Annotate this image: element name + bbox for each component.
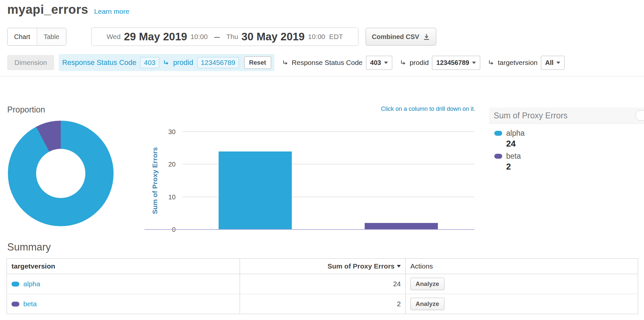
y-tick-label: 10: [168, 193, 176, 201]
filter-dropdown-prodid: prodid 123456789: [400, 56, 481, 70]
legend-panel: Sum of Proxy Errors alpha 24 beta 2: [489, 108, 644, 175]
dropdown-value: 123456789: [436, 59, 469, 67]
dropdown-label: targetversion: [498, 59, 537, 67]
analyze-button[interactable]: Analyze: [410, 298, 444, 310]
page-title: myapi_errors: [7, 3, 88, 17]
timezone: EDT: [329, 33, 343, 41]
alpha-swatch: [11, 282, 19, 287]
filter-dropdown-response-status-code: Response Status Code 403: [282, 56, 392, 70]
chart-view-button[interactable]: Chart: [8, 28, 37, 45]
chevron-down-icon: [556, 62, 560, 64]
y-tick-label: 20: [168, 161, 176, 168]
end-day: Thu: [226, 33, 238, 41]
filter-bar: Dimension Response Status Code 403 prodi…: [7, 52, 641, 73]
targetversion-select[interactable]: All: [541, 56, 565, 70]
date-range-separator: –: [214, 31, 220, 42]
x-axis-baseline: [144, 229, 474, 230]
chevron-down-icon: [384, 62, 388, 64]
table-view-button[interactable]: Table: [37, 28, 66, 45]
learn-more-link[interactable]: Learn more: [94, 8, 129, 15]
toolbar: Chart Table Wed 29 May 2019 10:00 – Thu …: [7, 28, 637, 46]
row-value: 24: [240, 274, 406, 294]
drilldown-hint: Click on a column to drill down on it.: [144, 106, 475, 112]
response-status-code-select[interactable]: 403: [366, 56, 392, 70]
drill-down-icon: [163, 60, 169, 66]
prodid-select[interactable]: 123456789: [432, 56, 480, 70]
dimension-label: Dimension: [7, 55, 54, 70]
breadcrumb-label: Response Status Code: [62, 58, 136, 67]
legend-title: Sum of Proxy Errors: [489, 108, 644, 123]
proportion-title: Proportion: [7, 105, 45, 114]
y-tick-label: 30: [168, 128, 176, 136]
column-header-actions: Actions: [406, 259, 638, 274]
row-link-beta[interactable]: beta: [23, 300, 37, 308]
divider: [0, 76, 644, 76]
bar-beta[interactable]: [365, 223, 438, 230]
sort-descending-icon: [397, 265, 401, 268]
beta-swatch: [11, 302, 19, 307]
filter-dropdown-targetversion: targetversion All: [488, 56, 565, 70]
table-row: alpha 24 Analyze: [7, 274, 638, 294]
reset-button[interactable]: Reset: [244, 56, 271, 69]
alpha-swatch: [494, 131, 502, 136]
date-range-picker[interactable]: Wed 29 May 2019 10:00 – Thu 30 May 2019 …: [91, 28, 358, 46]
dropdown-value: 403: [370, 59, 381, 67]
bar-plot: [182, 132, 474, 230]
drill-down-icon: [400, 60, 406, 66]
beta-swatch: [494, 154, 502, 159]
donut-hole: [36, 149, 85, 198]
drill-down-icon: [488, 60, 494, 66]
breadcrumb-value[interactable]: 123456789: [197, 57, 239, 68]
legend-item: alpha 24: [494, 129, 644, 149]
legend-item-label: alpha: [506, 129, 525, 138]
drill-down-icon: [282, 60, 289, 66]
start-date: 29 May 2019: [124, 30, 187, 43]
start-day: Wed: [107, 33, 121, 41]
table-header-row: targetversion Sum of Proxy Errors Action…: [7, 259, 638, 274]
dropdown-value: All: [545, 59, 554, 67]
download-icon: [423, 33, 430, 40]
table-row: beta 2 Analyze: [7, 294, 638, 314]
end-time: 10:00: [308, 33, 325, 41]
legend-item: beta 2: [494, 152, 644, 172]
row-link-alpha[interactable]: alpha: [23, 280, 40, 288]
start-time: 10:00: [190, 33, 208, 41]
legend-item-label: beta: [506, 152, 521, 161]
bar-chart: Sum of Proxy Errors 0102030: [144, 128, 478, 236]
header: myapi_errors Learn more: [7, 3, 129, 17]
bar-alpha[interactable]: [219, 151, 292, 230]
analyze-button[interactable]: Analyze: [410, 278, 444, 290]
breadcrumb-value[interactable]: 403: [140, 57, 159, 68]
proportion-donut[interactable]: [8, 121, 114, 226]
analytics-dashboard: myapi_errors Learn more Chart Table Wed …: [0, 0, 644, 320]
dropdown-label: prodid: [410, 59, 429, 67]
end-date: 30 May 2019: [242, 30, 305, 43]
chevron-down-icon: [472, 62, 476, 64]
legend-item-value: 2: [506, 162, 644, 172]
summary-table: targetversion Sum of Proxy Errors Action…: [7, 258, 638, 314]
legend-header: Sum of Proxy Errors: [489, 108, 644, 124]
legend-list: alpha 24 beta 2: [489, 124, 644, 172]
filter-breadcrumb: Response Status Code 403 prodid 12345678…: [59, 54, 274, 71]
summary-title: Summary: [7, 241, 51, 253]
dropdown-label: Response Status Code: [292, 59, 363, 67]
column-header-sum-of-proxy-errors[interactable]: Sum of Proxy Errors: [240, 259, 406, 274]
y-ticks: 0102030: [144, 132, 178, 230]
legend-item-value: 24: [506, 139, 644, 149]
combined-csv-label: Combined CSV: [372, 33, 419, 41]
view-toggle: Chart Table: [7, 28, 66, 46]
column-header-targetversion: targetversion: [7, 259, 240, 274]
breadcrumb-label: prodid: [173, 58, 193, 67]
combined-csv-button[interactable]: Combined CSV: [366, 28, 436, 46]
legend-collapse-button[interactable]: [635, 110, 644, 121]
row-value: 2: [240, 294, 406, 314]
